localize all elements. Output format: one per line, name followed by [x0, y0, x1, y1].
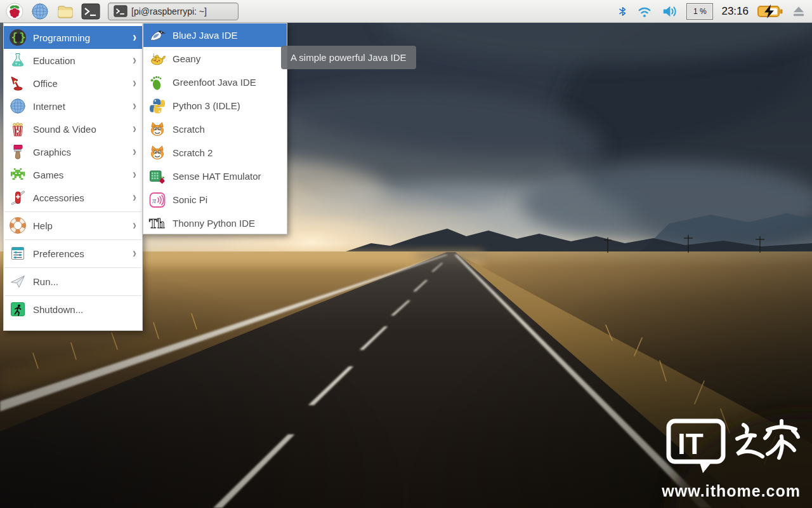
eject-icon[interactable]	[792, 4, 806, 19]
submenu-item-bluej[interactable]: BlueJ Java IDE	[143, 23, 287, 47]
terminal-icon	[81, 3, 100, 20]
menu-item-shutdown[interactable]: Shutdown...	[4, 298, 142, 321]
submenu-arrow-icon: ›	[133, 145, 136, 158]
menu-item-label: Internet	[33, 101, 65, 112]
submenu-item-greenfoot[interactable]: Greenfoot Java IDE	[143, 70, 287, 94]
menu-item-label: Run...	[33, 276, 58, 287]
submenu-item-sonic-pi[interactable]: π Sonic Pi	[143, 188, 287, 211]
menu-item-help[interactable]: Help ›	[4, 214, 142, 237]
menu-item-label: Programming	[33, 32, 90, 43]
main-menu: { } Programming › Education ›	[3, 23, 143, 331]
run-icon	[9, 272, 27, 290]
submenu-arrow-icon: ›	[133, 30, 136, 44]
menu-item-preferences[interactable]: Preferences ›	[4, 242, 142, 265]
programming-submenu: BlueJ Java IDE Geany Greenfoot Java IDE	[143, 23, 287, 234]
submenu-item-python3-idle[interactable]: Python 3 (IDLE)	[143, 94, 287, 117]
submenu-arrow-icon: ›	[133, 190, 136, 204]
submenu-item-scratch[interactable]: Scratch	[143, 117, 287, 141]
submenu-arrow-icon: ›	[133, 53, 136, 67]
screen: IT www.ithome.com	[0, 0, 812, 508]
menu-item-label: Sound & Video	[33, 124, 96, 135]
menu-separator	[4, 265, 142, 270]
submenu-arrow-icon: ›	[133, 218, 136, 232]
submenu-item-label: Geany	[173, 53, 200, 64]
graphics-icon	[9, 143, 27, 161]
shutdown-icon	[9, 300, 27, 318]
raspberry-menu-icon	[6, 3, 23, 20]
logo-zhijia-calligraphy	[737, 421, 798, 458]
menu-item-office[interactable]: Office ›	[4, 72, 142, 95]
file-manager-icon	[56, 3, 74, 20]
submenu-item-label: Greenfoot Java IDE	[173, 77, 256, 88]
submenu-arrow-icon: ›	[133, 76, 136, 90]
programming-icon: { }	[9, 29, 27, 46]
submenu-item-label: Python 3 (IDLE)	[173, 100, 240, 111]
window-button-title: [pi@raspberrypi: ~]	[131, 6, 207, 17]
scratch-icon	[148, 121, 166, 138]
web-browser-globe-icon	[31, 3, 49, 20]
ithome-logo: IT	[664, 417, 801, 478]
system-tray: 1 % 23:16	[617, 3, 812, 20]
battery-charging-icon[interactable]	[757, 3, 783, 20]
file-manager-launcher[interactable]	[55, 2, 76, 21]
menu-item-education[interactable]: Education ›	[4, 49, 142, 72]
menu-item-label: Preferences	[33, 248, 84, 259]
wifi-icon[interactable]	[636, 4, 653, 19]
menu-item-accessories[interactable]: Accessories ›	[4, 186, 142, 209]
tooltip: A simple powerful Java IDE	[281, 46, 416, 69]
menu-item-label: Shutdown...	[33, 304, 83, 315]
web-browser-launcher[interactable]	[29, 2, 51, 21]
submenu-item-sense-hat-emulator[interactable]: Sense HAT Emulator	[143, 164, 287, 188]
svg-text:}: }	[20, 31, 26, 44]
accessories-icon	[9, 189, 27, 206]
internet-icon	[9, 97, 27, 115]
sense-hat-icon	[148, 168, 166, 185]
preferences-icon	[9, 244, 27, 262]
office-icon	[9, 74, 27, 92]
submenu-arrow-icon: ›	[133, 168, 136, 181]
svg-text:{: {	[11, 31, 18, 44]
menu-item-run[interactable]: Run...	[4, 270, 142, 293]
menu-separator	[4, 293, 142, 298]
submenu-item-label: Sonic Pi	[173, 194, 207, 205]
menu-item-label: Education	[33, 55, 75, 66]
submenu-item-thonny[interactable]: Th Thonny Python IDE	[143, 211, 287, 235]
watermark: IT www.ithome.com	[662, 417, 801, 500]
menu-launcher-button[interactable]	[4, 2, 25, 21]
submenu-item-geany[interactable]: Geany	[143, 47, 287, 70]
submenu-arrow-icon: ›	[133, 122, 136, 135]
terminal-launcher[interactable]	[80, 2, 102, 21]
svg-text:Th: Th	[149, 217, 164, 231]
menu-separator	[4, 209, 142, 214]
svg-text:π: π	[152, 196, 157, 204]
menu-item-graphics[interactable]: Graphics ›	[4, 140, 142, 163]
menu-item-label: Help	[33, 220, 53, 231]
menu-item-internet[interactable]: Internet ›	[4, 95, 142, 117]
menu-item-label: Accessories	[33, 192, 84, 203]
taskbar-clock[interactable]: 23:16	[721, 5, 749, 18]
games-icon	[9, 166, 27, 184]
bluej-icon	[148, 27, 166, 44]
menu-item-programming[interactable]: { } Programming ›	[4, 26, 142, 49]
submenu-arrow-icon: ›	[133, 246, 136, 260]
watermark-url: www.ithome.com	[662, 482, 801, 500]
logo-it-text: IT	[678, 427, 704, 460]
cpu-usage-label: 1 %	[693, 7, 707, 16]
menu-item-games[interactable]: Games ›	[4, 163, 142, 186]
menu-item-label: Graphics	[33, 147, 71, 157]
cpu-usage-monitor[interactable]: 1 %	[686, 3, 713, 20]
menu-item-label: Games	[33, 170, 63, 180]
submenu-item-scratch2[interactable]: Scratch 2	[143, 141, 287, 164]
taskbar-window-button[interactable]: [pi@raspberrypi: ~]	[108, 3, 239, 20]
help-icon	[9, 217, 27, 234]
volume-icon[interactable]	[661, 4, 678, 19]
menu-item-sound-video[interactable]: Sound & Video ›	[4, 117, 142, 140]
taskbar: [pi@raspberrypi: ~] 1 % 23:16	[0, 0, 812, 23]
submenu-item-label: Scratch 2	[173, 147, 213, 158]
python-icon	[148, 97, 166, 115]
submenu-item-label: Scratch	[173, 124, 205, 135]
submenu-item-label: Sense HAT Emulator	[173, 171, 261, 182]
bluetooth-icon[interactable]	[617, 4, 628, 19]
submenu-arrow-icon: ›	[133, 99, 136, 112]
greenfoot-icon	[148, 74, 166, 91]
